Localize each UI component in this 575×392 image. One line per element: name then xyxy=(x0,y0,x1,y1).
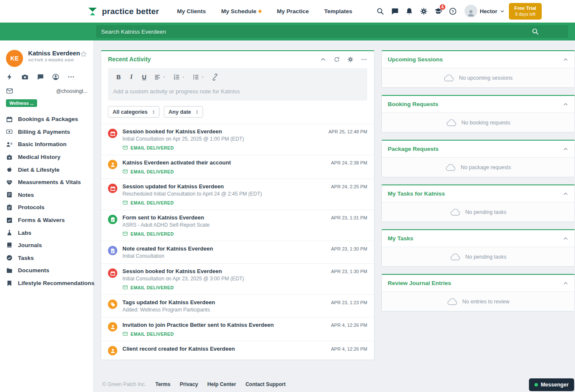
user-menu[interactable]: Hector xyxy=(465,5,505,17)
activity-note-editor[interactable]: B I U 123 Add a custom activity or progr… xyxy=(108,68,367,101)
client-header: KE Katniss Everdeen ACTIVE 3 HOURS AGO xyxy=(6,50,87,67)
client-action-strip xyxy=(6,73,87,81)
empty-state-text: No booking requests xyxy=(462,120,511,126)
brand-home-link[interactable]: practice better xyxy=(87,6,159,17)
quick-actions-icon[interactable] xyxy=(6,73,13,81)
activity-timestamp: APR 23, 1:23 PM xyxy=(331,300,367,305)
favorite-star-icon[interactable] xyxy=(80,50,87,58)
panel-header[interactable]: Booking Requests xyxy=(382,96,575,112)
collapse-icon xyxy=(563,236,569,242)
nav-my-clients[interactable]: My Clients xyxy=(177,8,206,14)
sidebar-item-protocols[interactable]: Protocols xyxy=(0,201,93,214)
activity-timestamp: APR 24, 2:25 PM xyxy=(331,184,367,189)
right-panel-column: Upcoming Sessions No upcoming sessions B… xyxy=(381,50,575,311)
email-delivered-badge: EMAIL DELIVERED xyxy=(122,285,321,290)
notification-dot xyxy=(258,10,261,13)
align-button[interactable] xyxy=(151,72,169,82)
sidebar-item-documents[interactable]: Documents xyxy=(0,264,93,277)
sidebar-item-billing-payments[interactable]: Billing & Payments xyxy=(0,126,93,138)
footer-link-privacy[interactable]: Privacy xyxy=(180,381,198,387)
link-button[interactable] xyxy=(209,72,221,82)
tasks-icon xyxy=(6,254,13,261)
sidebar-item-forms-waivers[interactable]: Forms & Waivers xyxy=(0,214,93,227)
category-filter[interactable]: All categories xyxy=(108,106,160,118)
messages-icon[interactable] xyxy=(388,3,402,19)
collapse-icon[interactable] xyxy=(320,56,326,63)
nav-my-practice[interactable]: My Practice xyxy=(277,8,309,14)
activity-title: Session updated for Katniss Everdeen xyxy=(122,183,321,190)
sidebar-item-label: Lifestyle Recommendations xyxy=(18,280,94,286)
activity-item: Session updated for Katniss Everdeen Res… xyxy=(101,179,374,210)
help-icon[interactable]: ? xyxy=(446,3,460,19)
activity-item: Session booked for Katniss Everdeen Init… xyxy=(101,124,374,155)
client-avatar[interactable]: KE xyxy=(6,50,23,67)
footer-link-help-center[interactable]: Help Center xyxy=(207,381,236,387)
more-actions-icon[interactable] xyxy=(67,73,75,81)
refresh-icon[interactable] xyxy=(334,56,340,63)
sidebar-item-tasks[interactable]: Tasks xyxy=(0,252,93,265)
panel-package-requests: Package Requests No package requests xyxy=(381,140,575,177)
sidebar-item-label: Documents xyxy=(18,267,49,274)
account-icon[interactable] xyxy=(52,73,59,81)
email-delivered-text: EMAIL DELIVERED xyxy=(131,200,174,205)
underline-button[interactable]: U xyxy=(139,72,150,82)
sidebar-item-medical-history[interactable]: Medical History xyxy=(0,151,93,164)
email-delivered-text: EMAIL DELIVERED xyxy=(131,145,174,150)
align-icon xyxy=(154,74,161,81)
messenger-button[interactable]: Messenger xyxy=(529,378,574,391)
top-right-cluster: 4 ? Hector Free Trial 9 days left xyxy=(373,3,542,20)
footer-link-terms[interactable]: Terms xyxy=(155,381,170,387)
ordered-list-button[interactable]: 123 xyxy=(171,72,188,82)
trial-label: Free Trial xyxy=(514,5,536,12)
settings-icon[interactable] xyxy=(417,3,431,19)
photo-icon[interactable] xyxy=(21,73,29,81)
message-client-icon[interactable] xyxy=(37,73,44,81)
sidebar-item-diet-lifestyle[interactable]: Diet & Lifestyle xyxy=(0,163,93,176)
search-icon[interactable] xyxy=(531,28,539,35)
activity-settings-icon[interactable] xyxy=(347,56,354,63)
search-input[interactable] xyxy=(96,29,568,35)
lifestyle-icon xyxy=(6,280,13,287)
panel-header[interactable]: My Tasks xyxy=(382,230,575,247)
panel-my-tasks-for-katniss: My Tasks for Katniss No pending tasks xyxy=(381,184,575,222)
activity-item: Form sent to Katniss Everdeen ASRS - Adu… xyxy=(101,210,374,241)
activity-title: Session booked for Katniss Everdeen xyxy=(122,128,318,135)
footer-link-contact-support[interactable]: Contact Support xyxy=(245,381,285,387)
filter-value: All categories xyxy=(113,109,148,115)
empty-state-text: No upcoming sessions xyxy=(459,75,513,81)
sidebar-item-journals[interactable]: Journals xyxy=(0,239,93,252)
free-trial-button[interactable]: Free Trial 9 days left xyxy=(509,3,542,20)
count-badge: 4 xyxy=(439,4,446,10)
person-icon xyxy=(108,160,117,169)
more-icon[interactable] xyxy=(361,56,367,63)
nav-templates[interactable]: Templates xyxy=(324,8,352,14)
panel-header[interactable]: Upcoming Sessions xyxy=(382,51,575,68)
search-box xyxy=(96,25,568,38)
sidebar-item-bookings-packages[interactable]: Bookings & Packages xyxy=(0,113,93,126)
notifications-icon[interactable] xyxy=(402,3,417,19)
svg-text:?: ? xyxy=(452,9,454,14)
bold-button[interactable]: B xyxy=(113,72,124,82)
sidebar-item-labs[interactable]: Labs xyxy=(0,226,93,239)
search-icon[interactable] xyxy=(373,3,388,19)
email-delivered-icon xyxy=(122,285,128,290)
italic-button[interactable]: I xyxy=(126,72,137,82)
empty-state-text: No pending tasks xyxy=(465,254,507,260)
sidebar-item-lifestyle-recommendations[interactable]: Lifestyle Recommendations xyxy=(0,277,93,290)
sidebar-item-basic-information[interactable]: Basic Information xyxy=(0,138,93,151)
client-tag[interactable]: Wellness ... xyxy=(6,99,37,107)
notes-icon xyxy=(6,191,13,198)
panel-header[interactable]: My Tasks for Katniss xyxy=(382,185,575,202)
email-delivered-text: EMAIL DELIVERED xyxy=(131,231,174,236)
sidebar-item-measurements-vitals[interactable]: Measurements & Vitals xyxy=(0,176,93,189)
learning-icon[interactable]: 4 xyxy=(431,3,446,19)
caret-down-icon xyxy=(181,75,186,79)
sidebar-item-label: Forms & Waivers xyxy=(18,217,65,223)
main-layout: KE Katniss Everdeen ACTIVE 3 HOURS AGO @… xyxy=(0,40,575,392)
bullet-list-button[interactable] xyxy=(190,72,207,82)
panel-header[interactable]: Package Requests xyxy=(382,141,575,157)
nav-my-schedule[interactable]: My Schedule xyxy=(221,8,261,14)
panel-header[interactable]: Review Journal Entries xyxy=(382,275,575,291)
sidebar-item-notes[interactable]: Notes xyxy=(0,189,93,202)
date-filter[interactable]: Any date xyxy=(164,106,203,118)
